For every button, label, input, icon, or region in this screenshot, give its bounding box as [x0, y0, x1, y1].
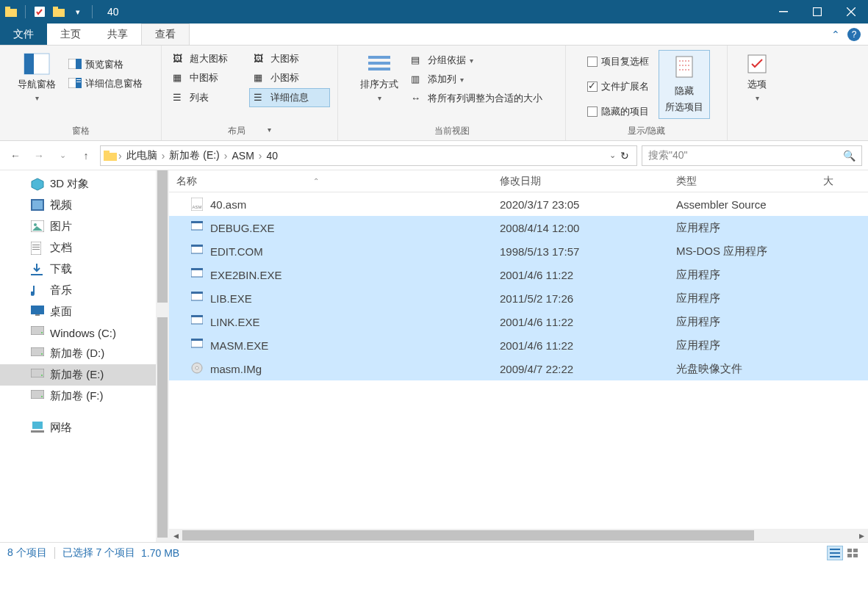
sidebar-item[interactable]: 音乐 — [0, 280, 156, 301]
group-show-hide-label: 显示/隐藏 — [628, 122, 665, 137]
recent-button[interactable]: ⌄ — [53, 146, 72, 165]
sidebar-item[interactable]: 图片 — [0, 216, 156, 237]
minimize-button[interactable] — [767, 0, 800, 24]
add-cols-icon: ▥ — [411, 73, 424, 85]
svg-rect-33 — [31, 306, 44, 314]
hidden-items-toggle[interactable]: 隐藏的项目 — [584, 103, 653, 120]
svg-rect-35 — [31, 326, 44, 335]
sm-icons-button[interactable]: ▦小图标 — [250, 69, 331, 87]
scroll-thumb[interactable] — [157, 170, 168, 303]
file-type: 应用程序 — [669, 268, 831, 282]
breadcrumb[interactable]: › 此电脑› 新加卷 (E:)› ASM› 40 ⌄ ↻ — [100, 145, 637, 166]
file-date: 2008/4/14 12:00 — [492, 222, 669, 234]
sidebar-item[interactable]: 文档 — [0, 237, 156, 259]
options-button[interactable]: 选项 ▾ — [743, 50, 771, 105]
sidebar-item[interactable]: 桌面 — [0, 301, 156, 322]
sidebar-item[interactable]: 视频 — [0, 195, 156, 216]
details-pane-button[interactable]: 详细信息窗格 — [65, 75, 146, 93]
address-bar: ← → ⌄ ↑ › 此电脑› 新加卷 (E:)› ASM› 40 ⌄ ↻ 搜索"… — [0, 141, 868, 170]
sidebar-item[interactable]: 3D 对象 — [0, 173, 156, 195]
file-row[interactable]: MASM.EXE2001/4/6 11:22应用程序 — [169, 333, 868, 357]
details-icon: ☰ — [254, 92, 267, 104]
file-row[interactable]: LIB.EXE2011/5/2 17:26应用程序 — [169, 286, 868, 310]
bc-dropdown-icon[interactable]: ⌄ — [609, 151, 616, 160]
bc-item[interactable]: ASM — [229, 150, 257, 162]
sort-by-button[interactable]: 排序方式 ▾ — [357, 50, 401, 105]
asm-file-icon: ASM — [191, 198, 204, 211]
column-headers[interactable]: 名称⌃ 修改日期 类型 大 — [169, 170, 868, 192]
refresh-icon[interactable]: ↻ — [620, 150, 629, 162]
qat-folder-icon[interactable] — [52, 5, 65, 18]
file-row[interactable]: DEBUG.EXE2008/4/14 12:00应用程序 — [169, 216, 868, 239]
file-row[interactable]: EXE2BIN.EXE2001/4/6 11:22应用程序 — [169, 263, 868, 286]
view-icons-button[interactable] — [844, 546, 861, 560]
preview-pane-button[interactable]: 预览窗格 — [65, 56, 146, 73]
up-button[interactable]: ↑ — [76, 146, 96, 165]
exe-file-icon — [191, 245, 204, 258]
ribbon: 导航窗格 ▾ 预览窗格 详细信息窗格 窗格 🖼超大图标 🖼大图标 ▦中图标 ▦小… — [0, 46, 868, 141]
back-button[interactable]: ← — [6, 146, 25, 165]
group-by-icon: ▤ — [411, 54, 424, 66]
hide-selected-button[interactable]: 隐藏 所选项目 — [659, 50, 710, 119]
file-date: 2011/5/2 17:26 — [492, 292, 669, 305]
group-by-button[interactable]: ▤分组依据 ▾ — [407, 51, 546, 69]
horizontal-scrollbar[interactable]: ◂ ▸ — [169, 529, 868, 542]
list-button[interactable]: ☰列表 — [169, 88, 249, 107]
ribbon-tabs: 文件 主页 共享 查看 ⌃ ? — [0, 24, 868, 46]
status-count: 8 个项目 — [7, 546, 47, 560]
collapse-ribbon-icon[interactable]: ⌃ — [831, 29, 840, 40]
file-row[interactable]: masm.IMg2009/4/7 22:22光盘映像文件 — [169, 357, 868, 380]
sidebar-item[interactable]: 新加卷 (D:) — [0, 343, 156, 364]
file-name: LINK.EXE — [210, 316, 260, 328]
svg-rect-18 — [676, 57, 692, 77]
tab-home[interactable]: 主页 — [47, 24, 94, 45]
tab-file[interactable]: 文件 — [0, 24, 47, 45]
search-input[interactable]: 搜索"40" 🔍 — [642, 145, 862, 166]
sidebar-item[interactable]: 网络 — [0, 417, 156, 438]
xl-icons-button[interactable]: 🖼超大图标 — [169, 50, 250, 68]
maximize-button[interactable] — [800, 0, 834, 24]
add-cols-button[interactable]: ▥添加列 ▾ — [407, 71, 546, 88]
sidebar-item[interactable]: 下载 — [0, 259, 156, 280]
layout-more-icon[interactable]: ▾ — [268, 126, 271, 134]
fit-cols-button[interactable]: ↔将所有列调整为合适的大小 — [407, 90, 546, 107]
md-icons-button[interactable]: ▦中图标 — [169, 69, 250, 87]
scroll-right-icon[interactable]: ▸ — [855, 529, 868, 542]
sidebar-item[interactable]: 新加卷 (E:) — [0, 364, 156, 386]
view-details-button[interactable] — [827, 546, 843, 560]
nav-pane-button[interactable]: 导航窗格 ▾ — [15, 50, 59, 105]
forward-button[interactable]: → — [29, 146, 49, 165]
scroll-thumb[interactable] — [157, 317, 168, 538]
file-row[interactable]: LINK.EXE2001/4/6 11:22应用程序 — [169, 310, 868, 333]
tab-view[interactable]: 查看 — [141, 24, 190, 45]
qat-properties-icon[interactable] — [33, 5, 46, 18]
lg-icons-button[interactable]: 🖼大图标 — [250, 50, 331, 68]
help-icon[interactable]: ? — [847, 28, 861, 41]
tab-share[interactable]: 共享 — [94, 24, 141, 45]
bc-item[interactable]: 40 — [263, 150, 281, 162]
folder-icon — [4, 5, 18, 18]
svg-rect-0 — [5, 9, 17, 17]
file-row[interactable]: EDIT.COM1998/5/13 17:57MS-DOS 应用程序 — [169, 239, 868, 263]
svg-rect-10 — [76, 59, 82, 69]
bc-item[interactable]: 新加卷 (E:) — [166, 149, 222, 162]
file-row[interactable]: ASM40.asm2020/3/17 23:05Assembler Source — [169, 192, 868, 216]
close-button[interactable] — [834, 0, 868, 24]
file-date: 2001/4/6 11:22 — [492, 316, 669, 328]
svg-rect-67 — [853, 554, 858, 557]
sidebar-scrollbar[interactable] — [156, 170, 169, 542]
file-name: 40.asm — [210, 198, 246, 211]
sidebar-item[interactable]: 新加卷 (F:) — [0, 386, 156, 407]
item-checkboxes-toggle[interactable]: 项目复选框 — [584, 53, 653, 71]
scroll-left-icon[interactable]: ◂ — [169, 529, 182, 542]
music-icon — [31, 284, 44, 297]
qat-dropdown-icon[interactable]: ▾ — [71, 5, 85, 18]
exe-file-icon — [191, 268, 204, 281]
sidebar-item[interactable]: Windows (C:) — [0, 322, 156, 343]
svg-text:ASM: ASM — [192, 205, 201, 209]
svg-rect-44 — [31, 430, 44, 433]
bc-item[interactable]: 此电脑 — [123, 149, 160, 162]
details-button[interactable]: ☰详细信息 — [249, 88, 331, 107]
file-ext-toggle[interactable]: 文件扩展名 — [584, 78, 653, 95]
fit-cols-icon: ↔ — [411, 93, 424, 104]
